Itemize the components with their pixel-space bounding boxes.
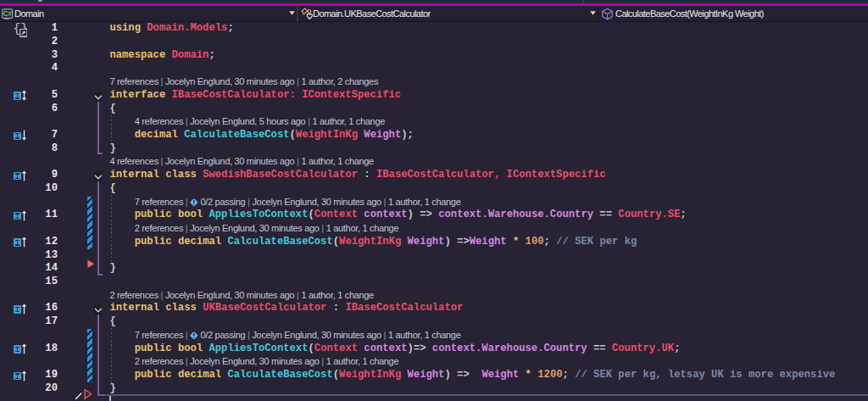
svg-text:C#: C# xyxy=(3,10,13,18)
